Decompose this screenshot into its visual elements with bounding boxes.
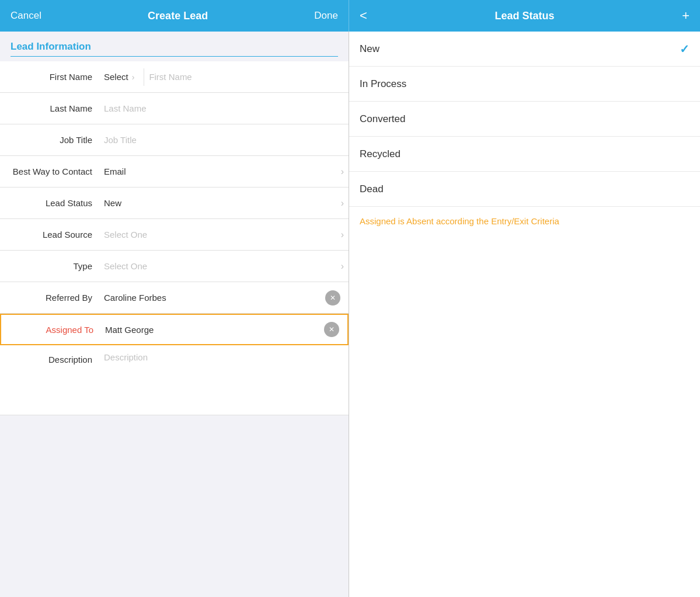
section-header: Lead Information — [0, 32, 349, 61]
type-label: Type — [0, 261, 99, 271]
left-panel: Lead Information First Name Select › Las… — [0, 32, 349, 597]
first-name-row: First Name Select › — [0, 61, 349, 93]
last-name-row: Last Name — [0, 93, 349, 124]
section-title: Lead Information — [11, 41, 338, 53]
status-item-new[interactable]: New ✓ — [349, 32, 700, 67]
description-label: Description — [0, 345, 99, 365]
main-content: Lead Information First Name Select › Las… — [0, 32, 700, 597]
lead-status-chevron-icon: › — [341, 198, 344, 209]
top-nav: Cancel Create Lead Done < Lead Status + — [0, 0, 700, 32]
lead-source-row: Lead Source Select One › — [0, 219, 349, 251]
salutation-separator — [144, 68, 144, 86]
add-status-icon[interactable]: + — [682, 8, 689, 23]
description-row: Description — [0, 345, 349, 415]
type-row: Type Select One › — [0, 251, 349, 282]
description-value — [99, 345, 349, 411]
best-way-chevron-icon: › — [341, 166, 344, 177]
job-title-label: Job Title — [0, 135, 99, 145]
last-name-label: Last Name — [0, 103, 99, 113]
assigned-to-text: Matt George — [105, 325, 324, 335]
lead-source-chevron-icon: › — [341, 230, 344, 240]
lead-status-value: New › — [99, 198, 349, 209]
lead-status-title: Lead Status — [494, 10, 554, 22]
best-way-value: Email › — [99, 166, 349, 177]
best-way-row: Best Way to Contact Email › — [0, 156, 349, 188]
lead-source-select[interactable]: Select One › — [104, 230, 344, 240]
assigned-to-row: Assigned To Matt George — [0, 314, 349, 345]
best-way-select[interactable]: Email › — [104, 166, 344, 177]
lead-source-label: Lead Source — [0, 230, 99, 240]
assigned-to-label: Assigned To — [1, 325, 100, 335]
status-item-converted[interactable]: Converted — [349, 102, 700, 137]
job-title-input[interactable] — [104, 135, 344, 145]
status-in-process-label: In Process — [360, 78, 406, 90]
right-nav: < Lead Status + — [349, 0, 700, 32]
cancel-button[interactable]: Cancel — [11, 10, 41, 22]
last-name-input[interactable] — [104, 103, 344, 113]
status-dead-label: Dead — [360, 183, 384, 195]
status-new-label: New — [360, 43, 379, 55]
salutation-chevron-icon: › — [132, 72, 135, 82]
warning-message: Assigned is Absent according the Entry/E… — [349, 207, 700, 235]
lead-source-value: Select One › — [99, 230, 349, 240]
description-input[interactable] — [104, 352, 344, 411]
assigned-to-value: Matt George — [100, 322, 347, 337]
referred-by-value: Caroline Forbes — [99, 290, 349, 306]
form-table: First Name Select › Last Name — [0, 61, 349, 415]
last-name-value — [99, 103, 349, 113]
job-title-value — [99, 135, 349, 145]
create-lead-title: Create Lead — [148, 10, 208, 22]
best-way-current: Email — [104, 166, 126, 176]
referred-by-text: Caroline Forbes — [104, 293, 325, 303]
first-name-input[interactable] — [149, 72, 344, 82]
right-panel: New ✓ In Process Converted Recycled Dead… — [349, 32, 700, 597]
lead-status-current: New — [104, 198, 121, 208]
left-nav: Cancel Create Lead Done — [0, 0, 349, 32]
status-item-dead[interactable]: Dead — [349, 172, 700, 207]
status-converted-label: Converted — [360, 113, 405, 125]
back-icon[interactable]: < — [360, 8, 367, 23]
type-chevron-icon: › — [341, 261, 344, 272]
referred-by-label: Referred By — [0, 293, 99, 303]
referred-by-clear-button[interactable] — [325, 290, 340, 306]
status-recycled-label: Recycled — [360, 148, 401, 160]
status-item-in-process[interactable]: In Process — [349, 67, 700, 102]
type-value: Select One › — [99, 261, 349, 272]
status-new-check-icon: ✓ — [680, 42, 689, 56]
lead-status-select[interactable]: New › — [104, 198, 344, 209]
salutation-select[interactable]: Select › — [104, 72, 139, 82]
lead-source-placeholder: Select One — [104, 230, 147, 240]
referred-by-row: Referred By Caroline Forbes — [0, 282, 349, 314]
section-divider — [11, 56, 338, 57]
type-placeholder: Select One — [104, 261, 147, 271]
type-select[interactable]: Select One › — [104, 261, 344, 272]
status-item-recycled[interactable]: Recycled — [349, 137, 700, 172]
lead-status-label: Lead Status — [0, 198, 99, 208]
first-name-value: Select › — [99, 68, 349, 86]
done-button[interactable]: Done — [314, 10, 338, 22]
best-way-label: Best Way to Contact — [0, 166, 99, 176]
assigned-to-clear-button[interactable] — [324, 322, 339, 337]
job-title-row: Job Title — [0, 124, 349, 156]
lead-status-row: Lead Status New › — [0, 188, 349, 219]
first-name-label: First Name — [0, 72, 99, 82]
salutation-text: Select — [104, 72, 128, 82]
